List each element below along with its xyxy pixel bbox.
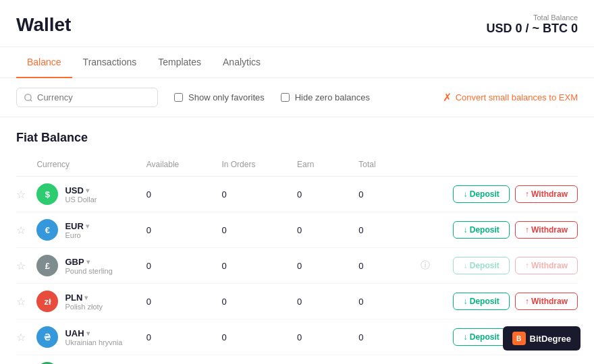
search-icon xyxy=(24,93,33,102)
actions-cell: ↓ Deposit ↑ Withdraw xyxy=(441,212,578,248)
svg-line-1 xyxy=(30,99,32,101)
col-header-actions xyxy=(441,156,578,177)
deposit-button[interactable]: ↓ Deposit xyxy=(453,328,509,346)
info-cell xyxy=(421,284,441,320)
total-cell: 0 xyxy=(358,320,420,355)
chevron-down-icon: ▾ xyxy=(86,258,90,266)
table-row: ☆ ₴ UAH ▾ Ukrainian hryvnia 0 0 0 0 ↓ De… xyxy=(16,320,578,355)
currency-name-group: GBP ▾ Pound sterling xyxy=(65,257,112,275)
currency-name-group: USD ▾ US Dollar xyxy=(65,185,97,204)
inorders-cell: 0 xyxy=(221,355,297,365)
convert-label: Convert small balances to EXM xyxy=(456,92,578,102)
balance-label: Total Balance xyxy=(486,13,578,22)
currency-full-name: Polish złoty xyxy=(65,303,103,311)
currency-code: EUR ▾ xyxy=(65,221,88,231)
withdraw-button[interactable]: ↑ Withdraw xyxy=(515,185,578,203)
actions-cell: ↓ Deposit ↑ Withdraw xyxy=(441,284,578,320)
available-cell: 0 xyxy=(146,212,222,248)
currency-cell: $ USD ▾ US Dollar xyxy=(36,177,146,212)
earn-cell: 0 xyxy=(297,177,358,212)
col-header-currency: Currency xyxy=(36,156,146,177)
convert-link[interactable]: ✗ Convert small balances to EXM xyxy=(443,91,578,104)
tab-transactions[interactable]: Transactions xyxy=(72,47,148,78)
convert-icon: ✗ xyxy=(443,91,452,104)
search-box xyxy=(16,88,158,107)
fiat-section-title: Fiat Balance xyxy=(16,131,578,145)
info-cell xyxy=(421,177,441,212)
star-icon[interactable]: ☆ xyxy=(16,296,26,307)
deposit-button: ↓ Deposit xyxy=(453,257,509,274)
deposit-button[interactable]: ↓ Deposit xyxy=(453,293,509,310)
available-cell: 0 xyxy=(146,248,222,284)
available-cell: 0 xyxy=(146,320,222,355)
available-cell: 0 xyxy=(146,284,222,320)
col-header-earn: Earn xyxy=(297,156,358,177)
info-icon[interactable]: ⓘ xyxy=(421,260,430,270)
star-icon[interactable]: ☆ xyxy=(16,189,26,200)
table-row: ☆ $ USD ▾ US Dollar 0 0 0 0 ↓ Deposit ↑ … xyxy=(16,177,578,212)
inorders-cell: 0 xyxy=(221,320,297,355)
withdraw-button[interactable]: ↑ Withdraw xyxy=(515,293,578,310)
watermark-text: BitDegree xyxy=(530,334,571,344)
balance-value: USD 0 / ~ BTC 0 xyxy=(486,22,578,36)
star-cell: ☆ xyxy=(16,248,36,284)
currency-full-name: Ukrainian hryvnia xyxy=(65,338,122,346)
earn-cell: 0 xyxy=(297,320,358,355)
currency-name-group: EUR ▾ Euro xyxy=(65,221,88,239)
svg-point-0 xyxy=(25,94,31,100)
star-cell: ☆ xyxy=(16,177,36,212)
tab-templates[interactable]: Templates xyxy=(147,47,212,78)
currency-icon: $ xyxy=(36,183,58,205)
chevron-down-icon: ▾ xyxy=(84,294,88,301)
col-header-available: Available xyxy=(146,156,222,177)
deposit-button[interactable]: ↓ Deposit xyxy=(453,185,509,203)
currency-full-name: US Dollar xyxy=(65,195,97,204)
info-cell: ⓘ xyxy=(421,248,441,284)
search-input[interactable] xyxy=(37,92,151,102)
info-cell xyxy=(421,320,441,355)
available-cell: 0 xyxy=(146,177,222,212)
favorites-filter[interactable]: Show only favorites xyxy=(174,92,265,102)
inorders-cell: 0 xyxy=(221,284,297,320)
currency-code: PLN ▾ xyxy=(65,293,103,303)
favorites-label: Show only favorites xyxy=(188,92,265,102)
zero-balance-checkbox[interactable] xyxy=(281,93,290,102)
star-icon[interactable]: ☆ xyxy=(16,224,26,236)
earn-cell: 0 xyxy=(297,212,358,248)
toolbar: Show only favorites Hide zero balances ✗… xyxy=(0,78,594,117)
favorites-checkbox[interactable] xyxy=(174,93,183,102)
currency-icon: zł xyxy=(36,291,58,312)
currency-code: USD ▾ xyxy=(65,185,97,195)
table-row: ☆ £ GBP ▾ Pound sterling 0 0 0 0 ⓘ ↓ Dep… xyxy=(16,248,578,284)
total-balance: Total Balance USD 0 / ~ BTC 0 xyxy=(486,13,578,36)
withdraw-button[interactable]: ↑ Withdraw xyxy=(515,221,578,239)
chevron-down-icon: ▾ xyxy=(86,222,89,230)
total-cell: 0 xyxy=(358,284,420,320)
earn-cell: 0 xyxy=(297,355,358,365)
header: Wallet Total Balance USD 0 / ~ BTC 0 xyxy=(0,0,594,47)
balance-table: Currency Available In Orders Earn Total … xyxy=(16,156,578,364)
inorders-cell: 0 xyxy=(221,212,297,248)
chevron-down-icon: ▾ xyxy=(86,187,89,194)
star-icon[interactable]: ☆ xyxy=(16,260,26,272)
tab-analytics[interactable]: Analytics xyxy=(212,47,271,78)
star-icon[interactable]: ☆ xyxy=(16,332,26,343)
total-cell: 0 xyxy=(358,212,420,248)
currency-name-group: UAH ▾ Ukrainian hryvnia xyxy=(65,328,122,346)
col-header-info xyxy=(421,156,441,177)
currency-icon: £ xyxy=(36,255,58,276)
currency-full-name: Euro xyxy=(65,231,88,239)
star-cell: ☆ xyxy=(16,212,36,248)
currency-cell: € EUR ▾ Euro xyxy=(36,212,146,248)
tab-balance[interactable]: Balance xyxy=(16,47,72,78)
total-cell: 0 xyxy=(358,355,420,365)
currency-code: UAH ▾ xyxy=(65,328,122,338)
total-cell: 0 xyxy=(358,248,420,284)
page-title: Wallet xyxy=(16,14,71,36)
currency-full-name: Pound sterling xyxy=(65,267,112,275)
withdraw-button: ↑ Withdraw xyxy=(515,257,578,274)
zero-balance-filter[interactable]: Hide zero balances xyxy=(281,92,370,102)
actions-cell: ↓ Deposit ↑ Withdraw xyxy=(441,177,578,212)
earn-cell: 0 xyxy=(297,284,358,320)
deposit-button[interactable]: ↓ Deposit xyxy=(453,221,509,239)
